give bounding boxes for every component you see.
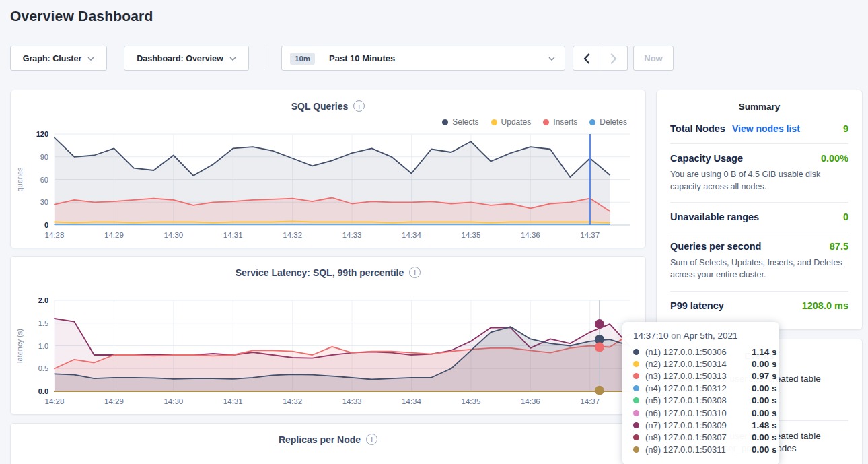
legend-item[interactable]: Deletes xyxy=(589,117,627,127)
legend-label: Deletes xyxy=(600,117,627,127)
tooltip-row: (n5) 127.0.0.1:503080.00 s xyxy=(633,395,768,407)
next-range-button[interactable] xyxy=(600,46,628,71)
prev-range-button[interactable] xyxy=(573,46,600,71)
tooltip-row: (n3) 127.0.0.1:503130.97 s xyxy=(633,370,768,382)
service-latency-chart[interactable]: 14:2814:2914:3014:3114:3214:3314:3414:35… xyxy=(11,295,647,415)
svg-text:14:37: 14:37 xyxy=(580,397,600,405)
tooltip-node-value: 0.00 s xyxy=(752,395,777,405)
summary-row: Total NodesView nodes list9 xyxy=(670,114,848,143)
summary-row-value: 1208.0 ms xyxy=(802,300,848,311)
summary-row-desc: Sum of Selects, Updates, Inserts, and De… xyxy=(670,257,848,281)
tooltip-node-value: 0.00 s xyxy=(752,359,777,369)
chevron-down-icon xyxy=(548,57,555,61)
svg-text:14:37: 14:37 xyxy=(580,231,600,239)
summary-row-value: 9 xyxy=(843,123,848,134)
dashboard-dropdown[interactable]: Dashboard: Overview xyxy=(124,46,249,71)
svg-text:14:35: 14:35 xyxy=(462,231,481,239)
svg-text:2.0: 2.0 xyxy=(38,296,48,304)
graph-dropdown-label: Graph: Cluster xyxy=(23,54,82,63)
legend-item[interactable]: Inserts xyxy=(543,117,577,127)
svg-text:latency (s): latency (s) xyxy=(15,329,24,363)
tooltip-node-value: 0.97 s xyxy=(752,371,777,381)
tooltip-row: (n2) 127.0.0.1:503140.00 s xyxy=(633,358,768,370)
legend-dot xyxy=(543,119,549,125)
summary-row-desc: You are using 0 B of 4.5 GiB usable disk… xyxy=(670,168,848,193)
chevron-right-icon xyxy=(610,53,617,64)
svg-text:14:34: 14:34 xyxy=(402,231,421,239)
summary-row-value: 0 xyxy=(843,211,848,222)
svg-text:14:28: 14:28 xyxy=(45,231,65,239)
legend-item[interactable]: Updates xyxy=(491,117,532,127)
svg-text:14:29: 14:29 xyxy=(104,231,124,239)
svg-text:14:36: 14:36 xyxy=(521,231,540,239)
tooltip-rows: (n1) 127.0.0.1:503061.14 s(n2) 127.0.0.1… xyxy=(633,345,768,456)
chart-title: Replicas per Node xyxy=(279,434,361,445)
svg-text:90: 90 xyxy=(40,153,48,161)
chart-title: SQL Queries xyxy=(291,101,349,112)
svg-text:14:30: 14:30 xyxy=(164,397,183,405)
info-icon[interactable]: i xyxy=(409,267,421,278)
summary-row-value: 87.5 xyxy=(830,241,848,252)
series-color-dot xyxy=(633,434,639,440)
series-color-dot xyxy=(633,385,639,391)
svg-text:14:29: 14:29 xyxy=(104,397,124,405)
legend-dot xyxy=(491,119,497,125)
info-icon[interactable]: i xyxy=(353,100,365,112)
time-range-label: Past 10 Minutes xyxy=(329,53,395,63)
service-latency-card: Service Latency: SQL, 99th percentile i … xyxy=(10,256,646,415)
chevron-down-icon xyxy=(229,57,236,61)
tooltip-row: (n6) 127.0.0.1:503100.00 s xyxy=(633,407,768,419)
tooltip-node-label: (n1) 127.0.0.1:50306 xyxy=(645,347,752,357)
tooltip-node-value: 1.48 s xyxy=(752,420,777,430)
summary-rows: Total NodesView nodes list9Capacity Usag… xyxy=(657,112,862,321)
tooltip-node-value: 0.00 s xyxy=(752,444,777,455)
tooltip-node-label: (n6) 127.0.0.1:50310 xyxy=(645,408,752,418)
tooltip-row: (n7) 127.0.0.1:503091.48 s xyxy=(633,419,768,431)
time-range-arrows xyxy=(573,46,628,71)
svg-text:14:28: 14:28 xyxy=(45,397,65,405)
time-range-picker[interactable]: 10m Past 10 Minutes xyxy=(281,46,565,71)
summary-row-label: P99 latency xyxy=(670,300,724,311)
legend-label: Updates xyxy=(501,117,532,127)
chevron-down-icon xyxy=(87,57,94,61)
tooltip-time: 14:37:10 xyxy=(633,331,669,341)
tooltip-node-label: (n9) 127.0.0.1:50311 xyxy=(645,444,752,455)
replicas-per-node-card: Replicas per Node i xyxy=(10,423,646,464)
series-color-dot xyxy=(633,361,639,367)
svg-text:14:30: 14:30 xyxy=(164,231,183,239)
tooltip-date: Apr 5th, 2021 xyxy=(683,331,737,341)
summary-row: Capacity Usage0.00%You are using 0 B of … xyxy=(670,143,848,202)
series-color-dot xyxy=(633,446,639,453)
summary-row: Queries per second87.5Sum of Selects, Up… xyxy=(670,232,848,290)
toolbar-divider xyxy=(264,47,264,69)
summary-row: P99 latency1208.0 ms xyxy=(670,291,848,321)
tooltip-node-value: 0.00 s xyxy=(752,432,777,442)
legend-dot xyxy=(589,119,595,125)
sql-queries-card: SQL Queries i SelectsUpdatesInsertsDelet… xyxy=(10,90,646,248)
graph-dropdown[interactable]: Graph: Cluster xyxy=(10,46,107,71)
chart-tooltip: 14:37:10 on Apr 5th, 2021 (n1) 127.0.0.1… xyxy=(622,322,779,464)
series-color-dot xyxy=(633,349,639,355)
tooltip-node-value: 0.00 s xyxy=(752,383,777,393)
svg-text:120: 120 xyxy=(36,130,48,138)
legend-item[interactable]: Selects xyxy=(442,117,478,127)
svg-text:14:31: 14:31 xyxy=(223,231,243,239)
svg-text:14:34: 14:34 xyxy=(402,397,421,405)
tooltip-row: (n9) 127.0.0.1:503110.00 s xyxy=(633,444,768,456)
series-color-dot xyxy=(633,397,639,403)
view-nodes-list-link[interactable]: View nodes list xyxy=(732,123,800,134)
tooltip-node-label: (n4) 127.0.0.1:50312 xyxy=(645,383,752,393)
now-button[interactable]: Now xyxy=(633,46,674,71)
sql-queries-chart[interactable]: 14:2814:2914:3014:3114:3214:3314:3414:35… xyxy=(11,129,647,248)
tooltip-row: (n8) 127.0.0.1:503070.00 s xyxy=(633,431,768,443)
svg-text:14:36: 14:36 xyxy=(521,397,540,405)
svg-text:1.0: 1.0 xyxy=(38,342,48,350)
sql-legend: SelectsUpdatesInsertsDeletes xyxy=(442,117,627,127)
legend-dot xyxy=(442,119,448,125)
chart-title: Service Latency: SQL, 99th percentile xyxy=(236,267,404,278)
svg-text:14:33: 14:33 xyxy=(342,397,362,405)
info-icon[interactable]: i xyxy=(366,434,377,445)
tooltip-node-value: 1.14 s xyxy=(752,347,777,357)
tooltip-node-label: (n5) 127.0.0.1:50308 xyxy=(645,395,752,405)
svg-text:14:35: 14:35 xyxy=(462,397,481,405)
